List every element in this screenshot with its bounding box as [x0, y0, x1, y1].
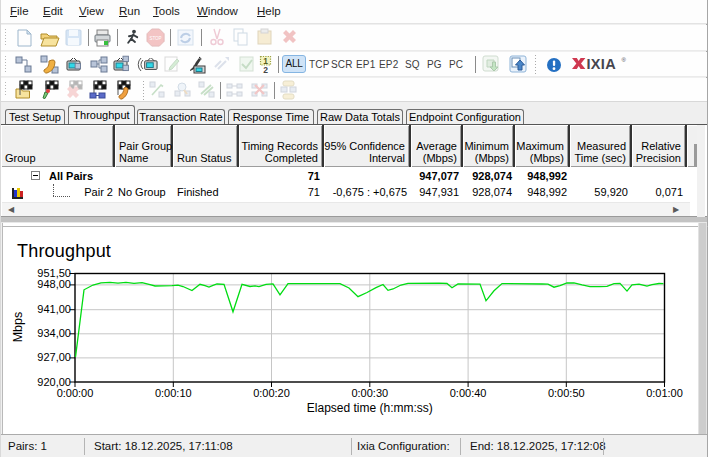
- svg-text:®: ®: [622, 57, 627, 63]
- svg-text:2: 2: [263, 65, 268, 75]
- svg-text:0:00:10: 0:00:10: [155, 387, 192, 399]
- svg-text:941,00: 941,00: [37, 303, 71, 315]
- svg-text:920,00: 920,00: [37, 376, 71, 388]
- svg-text:Mbps: Mbps: [11, 312, 25, 343]
- svg-text:948,00: 948,00: [37, 278, 71, 290]
- svg-text:IXIA: IXIA: [587, 56, 617, 72]
- svg-text:Elapsed time (h:mm:ss): Elapsed time (h:mm:ss): [307, 401, 433, 415]
- svg-text:927,00: 927,00: [37, 351, 71, 363]
- svg-text:0:00:20: 0:00:20: [253, 387, 290, 399]
- svg-text:951,50: 951,50: [37, 267, 71, 279]
- svg-text:0:00:30: 0:00:30: [351, 387, 388, 399]
- svg-text:0:00:40: 0:00:40: [450, 387, 487, 399]
- svg-text:STOP: STOP: [149, 36, 161, 41]
- svg-text:934,00: 934,00: [37, 327, 71, 339]
- svg-text:0:00:50: 0:00:50: [548, 387, 585, 399]
- svg-text:0:01:00: 0:01:00: [646, 387, 683, 399]
- svg-text:0:00:00: 0:00:00: [57, 387, 94, 399]
